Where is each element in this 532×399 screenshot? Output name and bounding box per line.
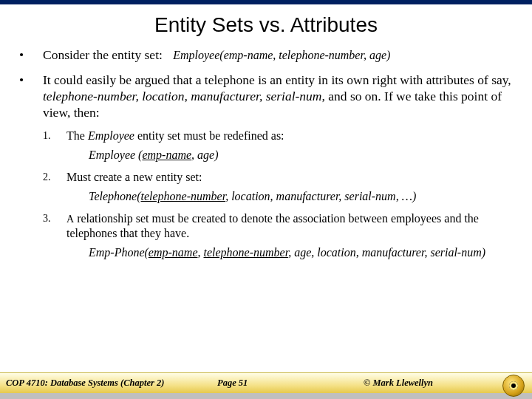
slide-footer: COP 4710: Database Systems (Chapter 2) P… <box>0 372 532 399</box>
numbered-list: 1. The Employee entity set must be redef… <box>43 129 514 260</box>
bullet-body: It could easily be argued that a telepho… <box>43 72 514 267</box>
entity-signature: Employee(emp-name, telephone-number, age… <box>173 49 390 61</box>
definition-line: Emp-Phone(emp-name, telephone-number, ag… <box>89 245 514 260</box>
footer-page: Page 51 <box>217 378 364 389</box>
num-body: A relationship set must be created to de… <box>66 211 514 241</box>
numbered-item: 1. The Employee entity set must be redef… <box>43 129 514 143</box>
bullet-item: • It could easily be argued that a telep… <box>18 72 514 267</box>
slide-content: • Consider the entity set: Employee(emp-… <box>0 47 532 267</box>
logo-inner <box>509 381 518 390</box>
footer-bar: COP 4710: Database Systems (Chapter 2) P… <box>0 372 532 393</box>
bullet-text-a: It could easily be argued that a telepho… <box>43 72 511 87</box>
num-index: 2. <box>43 170 66 185</box>
bullet-marker: • <box>18 47 43 64</box>
footer-strip <box>0 393 532 399</box>
bullet-item: • Consider the entity set: Employee(emp-… <box>18 47 514 64</box>
bullet-text-ital: telephone-number, location, manufacturer… <box>43 89 325 103</box>
numbered-item: 2. Must create a new entity set: <box>43 170 514 185</box>
bullet-marker: • <box>18 72 43 267</box>
footer-course: COP 4710: Database Systems (Chapter 2) <box>6 378 217 389</box>
definition-line: Telephone(telephone-number, location, ma… <box>89 189 514 204</box>
slide-title: Entity Sets vs. Attributes <box>0 13 532 37</box>
bullet-lead: Consider the entity set: <box>43 47 163 62</box>
definition-line: Employee (emp-name, age) <box>89 148 514 163</box>
ucf-logo-icon <box>502 375 525 397</box>
num-body: Must create a new entity set: <box>66 170 514 185</box>
bullet-body: Consider the entity set: Employee(emp-na… <box>43 47 514 64</box>
top-accent-bar <box>0 0 532 4</box>
num-index: 1. <box>43 129 66 143</box>
num-index: 3. <box>43 211 66 241</box>
num-body: The Employee entity set must be redefine… <box>66 129 514 143</box>
numbered-item: 3. A relationship set must be created to… <box>43 211 514 241</box>
footer-author: © Mark Llewellyn <box>364 378 526 389</box>
